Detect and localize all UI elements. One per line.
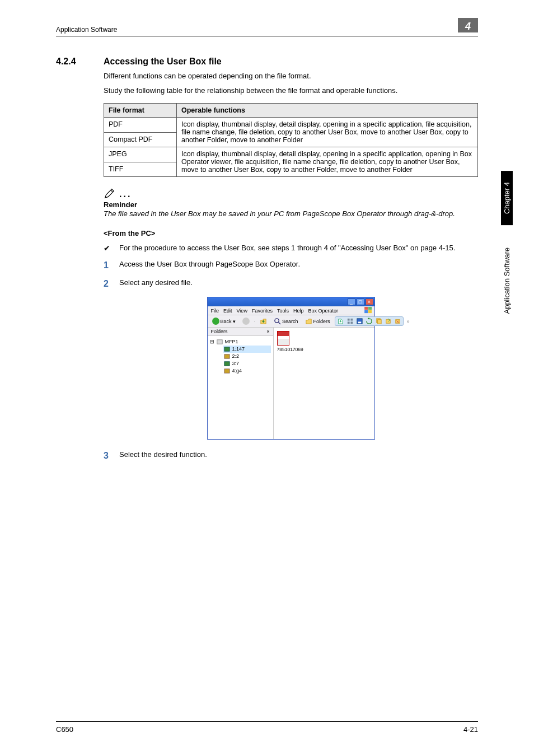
toolbar-separator: ·: [254, 319, 256, 324]
box-icon: [223, 367, 231, 375]
footer-left: C650: [56, 725, 73, 734]
box-icon: [223, 360, 231, 367]
reminder-body: The file saved in the User Box may be sa…: [104, 209, 478, 219]
menu-file[interactable]: File: [211, 308, 219, 314]
folders-button[interactable]: Folders: [303, 317, 332, 325]
windows-logo-icon: [364, 307, 372, 314]
minimize-button[interactable]: _: [348, 298, 355, 305]
folder-tree: ⊟ MFP1 1:147 2:2: [208, 336, 273, 377]
content-pane[interactable]: 7851017069: [274, 328, 374, 439]
table-row: PDF Icon display, thumbnail display, det…: [104, 118, 478, 133]
svg-rect-20: [224, 369, 229, 373]
tree-item[interactable]: 4:g4: [223, 367, 271, 375]
up-button[interactable]: [257, 317, 269, 325]
step-number: 2: [104, 278, 119, 290]
delete-icon[interactable]: [394, 318, 401, 325]
menu-favorites[interactable]: Favorites: [252, 308, 273, 314]
back-button[interactable]: Back ▾: [210, 317, 238, 325]
step-row: 3 Select the desired function.: [104, 450, 478, 462]
maximize-button[interactable]: □: [357, 298, 364, 305]
close-button[interactable]: ×: [366, 298, 373, 305]
cell-format: JPEG: [104, 147, 177, 162]
th-file-format: File format: [104, 104, 177, 118]
svg-rect-18: [224, 354, 229, 358]
menu-help[interactable]: Help: [293, 308, 304, 314]
tree-item-label: 1:147: [232, 346, 245, 353]
folders-panel-header: Folders ×: [208, 328, 273, 336]
box-icon: [223, 346, 231, 353]
tree-item[interactable]: 1:147: [223, 346, 271, 353]
footer-right: 4-21: [463, 725, 478, 734]
back-label: Back: [221, 319, 232, 324]
svg-rect-1: [368, 307, 372, 310]
format-table: File format Operable functions PDF Icon …: [104, 103, 478, 177]
toolbar-overflow-icon[interactable]: »: [407, 319, 410, 324]
svg-point-4: [275, 319, 279, 323]
table-row: JPEG Icon display, thumbnail display, de…: [104, 147, 478, 162]
svg-rect-13: [377, 320, 381, 324]
app-window: _ □ × File Edit View Favorites Tools Hel…: [207, 297, 375, 440]
search-icon: [274, 318, 281, 325]
folder-up-icon: [260, 318, 267, 325]
refresh-icon[interactable]: [366, 318, 373, 325]
folders-panel-close[interactable]: ×: [266, 329, 269, 334]
svg-rect-11: [358, 321, 361, 323]
box-icon: [223, 353, 231, 360]
menu-bar: File Edit View Favorites Tools Help Box …: [208, 306, 374, 315]
tree-item[interactable]: 3:7: [223, 360, 271, 367]
checklist-text: For the procedure to access the User Box…: [119, 243, 455, 254]
intro-paragraph-1: Different functions can be operated depe…: [104, 71, 478, 81]
svg-line-5: [278, 322, 280, 324]
menu-box-operator[interactable]: Box Operator: [308, 308, 338, 314]
menu-edit[interactable]: Edit: [223, 308, 232, 314]
pdf-file-icon: [277, 331, 289, 346]
svg-rect-17: [224, 347, 229, 351]
cell-format: TIFF: [104, 162, 177, 177]
svg-rect-0: [364, 307, 368, 310]
device-icon: [216, 338, 223, 346]
subsection-heading: <From the PC>: [104, 229, 478, 237]
step-number: 3: [104, 450, 119, 462]
search-button[interactable]: Search: [271, 317, 301, 325]
reminder-title: Reminder: [104, 200, 478, 209]
svg-rect-7: [350, 319, 353, 321]
move-icon[interactable]: [385, 318, 392, 325]
tree-item[interactable]: 2:2: [223, 353, 271, 360]
chapter-tab: 4: [458, 18, 478, 32]
thumbnail-icon[interactable]: [346, 318, 354, 325]
folders-panel: Folders × ⊟ MFP1 1:147: [208, 328, 274, 439]
side-section-label: Application Software: [501, 236, 513, 325]
tree-item-label: 3:7: [232, 360, 240, 367]
copy-icon[interactable]: [375, 318, 382, 325]
tree-item-label: 2:2: [232, 353, 240, 360]
step-text: Select the desired function.: [119, 450, 207, 462]
box-operator-toolbar-group: [335, 316, 404, 326]
menu-tools[interactable]: Tools: [277, 308, 289, 314]
save-icon[interactable]: [356, 318, 363, 325]
checklist-item: ✔ For the procedure to access the User B…: [104, 243, 478, 254]
section-body: Different functions can be operated depe…: [104, 71, 478, 462]
pen-icon: [104, 187, 116, 199]
cell-format: Compact PDF: [104, 132, 177, 147]
reminder-block: ... Reminder The file saved in the User …: [104, 187, 478, 219]
file-label: 7851017069: [277, 347, 305, 352]
section-number: 4.2.4: [56, 57, 104, 67]
folders-label: Folders: [313, 319, 330, 324]
tree-expand-icon[interactable]: ⊟: [210, 338, 214, 346]
section-heading: 4.2.4 Accessing the User Box file: [56, 57, 478, 67]
folders-panel-title: Folders: [211, 329, 228, 334]
step-text: Select any desired file.: [119, 278, 193, 290]
forward-button[interactable]: [240, 317, 252, 325]
tree-root[interactable]: ⊟ MFP1: [210, 338, 271, 346]
page: 4 Application Software 4.2.4 Accessing t…: [0, 0, 534, 756]
cell-format: PDF: [104, 118, 177, 133]
step-number: 1: [104, 259, 119, 272]
folders-icon: [305, 318, 312, 325]
search-label: Search: [282, 319, 298, 324]
cell-operations: Icon display, thumbnail display, detail …: [177, 147, 478, 177]
menu-view[interactable]: View: [237, 308, 247, 314]
acquire-icon[interactable]: [337, 318, 344, 325]
file-item[interactable]: 7851017069: [277, 331, 305, 352]
toolbar: Back ▾ · Search Folders: [208, 315, 374, 328]
side-chapter-label: Chapter 4: [501, 171, 513, 225]
